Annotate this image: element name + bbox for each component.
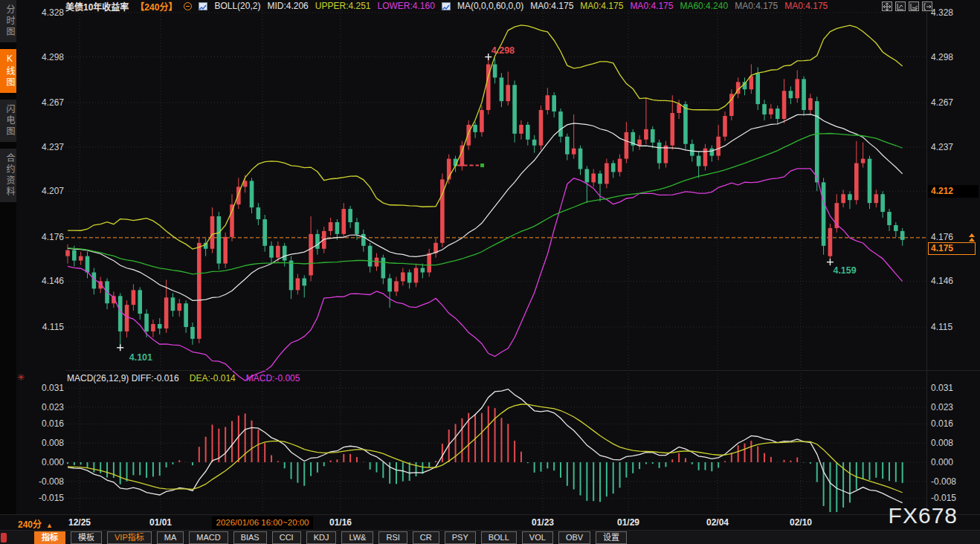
- ma2-value: MA0:4.175: [580, 1, 623, 11]
- axis-tick-label: 4.115: [931, 322, 952, 332]
- x-tick-label: 02/10: [780, 517, 822, 528]
- exit-fullscreen-icon[interactable]: [922, 1, 932, 11]
- axis-tick-label: -0.015: [931, 493, 956, 503]
- toolbar-button-PSY[interactable]: PSY: [445, 531, 476, 544]
- toolbar-button-KDJ[interactable]: KDJ: [306, 531, 337, 544]
- axis-tick-label: 4.298: [931, 52, 953, 62]
- ma6-value: MA0:4.175: [784, 1, 828, 11]
- toolbar-button-VIP指标[interactable]: VIP指标: [107, 531, 152, 544]
- svg-text:4.298: 4.298: [491, 45, 515, 56]
- axis-tick-label: 4.207: [24, 186, 64, 196]
- axis-tick-label: 4.146: [24, 276, 64, 286]
- indicator-legend: 美债10年收益率【240分】BOLL(20,2)MID:4.206UPPER:4…: [65, 1, 828, 11]
- x-tick-label: 01/16: [320, 517, 361, 528]
- chart-title: 美债10年收益率: [65, 0, 129, 13]
- macd-legend-item-0: MACD(26,12,9) DIFF:-0.016: [67, 373, 179, 383]
- indicator-toolbar: 指标模板VIP指标MAMACDBIASCCIKDJLW&RSICRPSYBOLL…: [0, 530, 980, 544]
- axis-tick-label: -0.008: [24, 476, 64, 487]
- period-badge: 【240分】: [135, 0, 177, 13]
- boll-label: BOLL(20,2): [214, 1, 260, 11]
- sidebar-tab-合约资料[interactable]: 合约资料: [0, 149, 16, 202]
- axis-tick-label: 0.016: [931, 418, 953, 429]
- period-arrow-icon: ▲: [46, 522, 53, 529]
- toolbar-button-BIAS[interactable]: BIAS: [233, 531, 267, 544]
- axis-tick-label: 0.016: [24, 418, 64, 429]
- toolbar-button-VOL[interactable]: VOL: [522, 531, 553, 544]
- pane-divider: [65, 370, 980, 371]
- svg-text:4.101: 4.101: [129, 352, 152, 363]
- x-tick-label: 01/01: [140, 517, 181, 528]
- sidebar-tab-分时图[interactable]: 分时图: [0, 0, 16, 42]
- x-tick-label: 01/29: [607, 517, 649, 528]
- sidebar-tab-闪电图[interactable]: 闪电图: [0, 100, 16, 142]
- pin-icon[interactable]: [1, 533, 7, 543]
- toolbar-button-MA[interactable]: MA: [157, 531, 184, 544]
- axis-tick-label: 0.008: [24, 438, 64, 448]
- macd-legend-item-1: DEA:-0.014: [190, 373, 236, 383]
- toolbar-button-CR[interactable]: CR: [413, 531, 439, 544]
- axis-tick-label: 4.115: [24, 322, 64, 332]
- zoom-in-icon[interactable]: [909, 1, 919, 11]
- macd-legend: MACD(26,12,9) DIFF:-0.016DEA:-0.014MACD:…: [67, 373, 300, 383]
- ma5-value: MA0:4.175: [735, 1, 778, 11]
- time-axis[interactable]: 240分▲ 12/2501/0101/1601/2301/2902/0402/1…: [0, 514, 980, 530]
- toolbar-button-指标[interactable]: 指标: [34, 531, 65, 544]
- axis-tick-label: 4.237: [24, 142, 64, 152]
- toolbar-button-CCI[interactable]: CCI: [272, 531, 301, 544]
- toolbar-button-BOLL[interactable]: BOLL: [481, 531, 517, 544]
- sidebar-tab-K线图[interactable]: K线图: [0, 49, 16, 93]
- axis-tick-label: 4.328: [931, 7, 953, 18]
- axis-tick-label: -0.015: [24, 493, 64, 503]
- boll-lower-value: LOWER:4.160: [378, 1, 435, 11]
- period-selector[interactable]: 240分▲: [18, 517, 53, 530]
- toolbar-button-RSI[interactable]: RSI: [378, 531, 407, 544]
- axis-tick-label: 4.146: [931, 276, 953, 286]
- ma-label: MA(0,0,0,60,0,0): [457, 1, 523, 11]
- price-up-arrows-icon: [969, 233, 975, 242]
- axis-tick-label: 0.000: [24, 457, 64, 467]
- chart-toolbar-buttons: [882, 1, 932, 11]
- ma1-value: MA0:4.175: [530, 1, 573, 11]
- axis-tick-label: 4.176: [24, 232, 64, 242]
- axis-tick-label: 4.267: [931, 97, 953, 108]
- axis-tick-label: 0.008: [931, 438, 953, 448]
- x-tick-label: 12/25: [59, 517, 100, 528]
- axis-tick-label: 0.031: [931, 383, 953, 393]
- axis-tick-label: 0.031: [24, 383, 64, 393]
- axis-tick-label: 4.267: [24, 97, 64, 108]
- candlestick-chart[interactable]: 4.1014.2984.159: [0, 0, 980, 544]
- hovered-bar-time-label: 2026/01/06 16:00~20:00 二: [212, 517, 313, 529]
- x-tick-label: 02/04: [697, 517, 738, 528]
- zoom-out-icon[interactable]: [895, 1, 906, 11]
- toolbar-button-模板[interactable]: 模板: [71, 531, 102, 544]
- left-sidebar: 分时图K线图闪电图合约资料: [0, 0, 16, 544]
- marker-star-icon[interactable]: ✳: [17, 372, 25, 383]
- axis-tick-label: -0.008: [931, 476, 956, 487]
- axis-tick-label: 4.328: [24, 7, 64, 18]
- axis-tick-label: 4.237: [931, 142, 953, 152]
- macd-legend-item-2: MACD:-0.005: [246, 373, 300, 383]
- axis-tick-label: 0.023: [24, 402, 64, 412]
- ma60-value: MA60:4.240: [680, 1, 728, 11]
- x-tick-label: 01/23: [522, 517, 564, 528]
- ma3-value: MA0:4.175: [630, 1, 673, 11]
- toolbar-button-LW&[interactable]: LW&: [341, 531, 373, 544]
- axis-tick-label: 0.023: [931, 402, 953, 412]
- axis-tick-label: 4.176: [931, 232, 953, 242]
- axis-tick-label: 0.000: [931, 457, 953, 467]
- mini-chart-icon[interactable]: [199, 2, 207, 10]
- axis-tick-label: 4.298: [24, 52, 64, 62]
- toolbar-button-设置[interactable]: 设置: [596, 531, 627, 544]
- boll-upper-value: UPPER:4.251: [315, 1, 371, 11]
- mini-chart-icon[interactable]: [442, 2, 451, 10]
- toolbar-button-MACD[interactable]: MACD: [189, 531, 228, 544]
- last-price-label: 4.175: [928, 242, 976, 255]
- svg-text:4.159: 4.159: [833, 265, 856, 276]
- axis-divider: [926, 0, 927, 514]
- boll-mid-value: MID:4.206: [267, 1, 308, 11]
- pan-icon[interactable]: [882, 1, 892, 11]
- toolbar-button-OBV[interactable]: OBV: [558, 531, 590, 544]
- minus-circle-icon[interactable]: [184, 2, 192, 10]
- crosshair-price-label: 4.212: [928, 185, 979, 198]
